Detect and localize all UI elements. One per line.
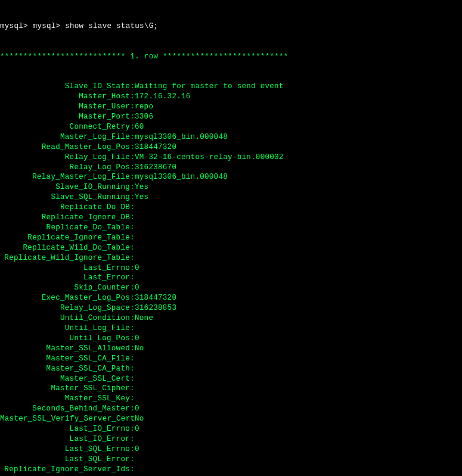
field-value <box>134 233 135 243</box>
field-label: Last_IO_Errno <box>0 424 130 434</box>
field-value <box>134 434 135 444</box>
field-label: Master_SSL_Allowed <box>0 344 130 354</box>
field-label: Master_SSL_Verify_Server_Cert <box>0 414 130 424</box>
field-label: Replicate_Do_Table <box>0 223 130 233</box>
field-value <box>134 354 135 364</box>
field-value: 0 <box>134 424 139 434</box>
field-value <box>134 374 135 384</box>
field-label: Relay_Log_Space <box>0 303 130 313</box>
terminal-output: mysql> mysql> show slave status\G; *****… <box>0 0 462 476</box>
field-value <box>134 364 135 374</box>
field-value <box>134 243 135 253</box>
field-value: Yes <box>134 182 148 192</box>
field-label: Slave_IO_Running <box>0 182 130 192</box>
field-value: 0 <box>134 334 139 344</box>
row-header: *************************** 1. row *****… <box>0 52 462 62</box>
status-row: Replicate_Wild_Do_Table: <box>0 243 462 253</box>
field-label: Until_Condition <box>0 313 130 323</box>
field-label: Exec_Master_Log_Pos <box>0 293 130 303</box>
status-row: Master_Port:3306 <box>0 112 462 122</box>
field-value: 60 <box>134 122 144 132</box>
status-row: Master_SSL_Verify_Server_Cert:No <box>0 414 462 424</box>
status-row: Last_IO_Error: <box>0 434 462 444</box>
status-row: Master_SSL_CA_File: <box>0 354 462 364</box>
field-value: mysql3306_bin.000048 <box>134 132 228 142</box>
status-row: Slave_IO_State:Waiting for master to sen… <box>0 82 462 92</box>
field-label: Master_SSL_Cert <box>0 374 130 384</box>
field-value: 316238670 <box>134 163 176 173</box>
field-label: Seconds_Behind_Master <box>0 404 130 414</box>
field-value: No <box>134 344 144 354</box>
status-row: Replicate_Ignore_DB: <box>0 213 462 223</box>
field-value: 0 <box>134 444 139 455</box>
status-row: Read_Master_Log_Pos:318447320 <box>0 142 462 153</box>
field-value <box>134 394 135 404</box>
field-label: Master_SSL_Key <box>0 394 130 404</box>
command-prompt[interactable]: mysql> mysql> show slave status\G; <box>0 21 462 32</box>
field-label: Connect_Retry <box>0 122 130 132</box>
field-label: Master_SSL_Cipher <box>0 384 130 394</box>
status-row: Replicate_Do_DB: <box>0 203 462 213</box>
status-row: Last_SQL_Errno:0 <box>0 444 462 455</box>
field-value <box>134 223 135 233</box>
field-value: None <box>134 313 153 323</box>
field-value: Yes <box>134 192 148 203</box>
field-label: Relay_Master_Log_File <box>0 172 130 182</box>
field-label: Replicate_Do_DB <box>0 203 130 213</box>
status-row: Slave_IO_Running:Yes <box>0 182 462 192</box>
status-row: Relay_Log_Space:316238853 <box>0 303 462 313</box>
status-row: Master_Log_File:mysql3306_bin.000048 <box>0 132 462 142</box>
field-value: 0 <box>134 404 139 414</box>
field-value: 318447320 <box>134 142 176 153</box>
field-label: Slave_IO_State <box>0 82 130 92</box>
field-label: Replicate_Ignore_DB <box>0 213 130 223</box>
field-label: Last_Error <box>0 273 130 283</box>
status-row: Seconds_Behind_Master:0 <box>0 404 462 414</box>
field-value: 0 <box>134 283 139 293</box>
field-value <box>134 384 135 394</box>
field-label: Master_SSL_CA_Path <box>0 364 130 374</box>
field-value: No <box>134 414 144 424</box>
field-label: Slave_SQL_Running <box>0 192 130 203</box>
status-row: Connect_Retry:60 <box>0 122 462 132</box>
status-row: Last_Errno:0 <box>0 263 462 273</box>
field-value: 3306 <box>134 112 153 122</box>
field-value <box>134 203 135 213</box>
field-label: Until_Log_Pos <box>0 334 130 344</box>
field-value <box>134 253 135 263</box>
field-label: Replicate_Ignore_Table <box>0 233 130 243</box>
status-row: Master_Host:172.16.32.16 <box>0 92 462 102</box>
status-row: Exec_Master_Log_Pos:318447320 <box>0 293 462 303</box>
field-value: repo <box>134 102 153 112</box>
field-value: VM-32-16-centos-relay-bin.000002 <box>134 153 284 163</box>
field-label: Replicate_Wild_Do_Table <box>0 243 130 253</box>
field-label: Last_Errno <box>0 263 130 273</box>
field-label: Last_SQL_Errno <box>0 444 130 455</box>
field-label: Master_SSL_CA_File <box>0 354 130 364</box>
field-label: Skip_Counter <box>0 283 130 293</box>
field-value: 318447320 <box>134 293 176 303</box>
field-label: Replicate_Ignore_Server_Ids <box>0 465 130 475</box>
field-value: Waiting for master to send event <box>134 82 284 92</box>
status-row: Last_IO_Errno:0 <box>0 424 462 434</box>
field-label: Relay_Log_Pos <box>0 163 130 173</box>
field-label: Master_Log_File <box>0 132 130 142</box>
field-value: 316238853 <box>134 303 176 313</box>
field-label: Replicate_Wild_Ignore_Table <box>0 253 130 263</box>
status-row: Replicate_Ignore_Server_Ids: <box>0 465 462 475</box>
status-row: Master_User:repo <box>0 102 462 112</box>
field-value <box>134 455 135 465</box>
field-value: 172.16.32.16 <box>134 92 191 102</box>
status-row: Replicate_Ignore_Table: <box>0 233 462 243</box>
status-row: Master_SSL_Key: <box>0 394 462 404</box>
status-row: Skip_Counter:0 <box>0 283 462 293</box>
status-row: Until_Condition:None <box>0 313 462 323</box>
field-label: Last_SQL_Error <box>0 455 130 465</box>
field-label: Master_Host <box>0 92 130 102</box>
field-value <box>134 273 135 283</box>
field-label: Last_IO_Error <box>0 434 130 444</box>
field-label: Master_Port <box>0 112 130 122</box>
status-row: Replicate_Do_Table: <box>0 223 462 233</box>
status-row: Slave_SQL_Running:Yes <box>0 192 462 203</box>
status-row: Master_SSL_Cert: <box>0 374 462 384</box>
